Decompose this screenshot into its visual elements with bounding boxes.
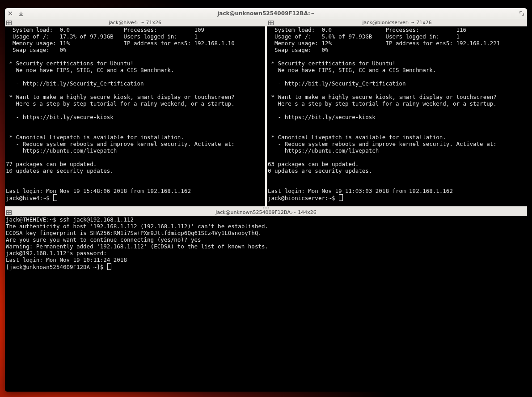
pane-title-label: jack@hive4: ~ 71x26 [5, 19, 265, 26]
minimize-button[interactable] [16, 8, 26, 19]
terminal-top-right[interactable]: System load: 0.0 Processes: 116 Usage of… [267, 26, 527, 206]
cursor-icon [53, 194, 57, 201]
terminal-prompt: [jack@unknown5254009F12BA ~]$ [6, 264, 107, 270]
pane-top-left: jack@hive4: ~ 71x26 System load: 0.0 Pro… [5, 19, 267, 206]
pane-top-right: jack@bionicserver: ~ 71x26 System load: … [267, 19, 527, 206]
pane-titlebar-top-left[interactable]: jack@hive4: ~ 71x26 [5, 19, 265, 26]
pane-layout-button[interactable] [5, 19, 13, 26]
close-button[interactable] [5, 8, 16, 19]
svg-rect-5 [271, 21, 274, 23]
terminal-output: System load: 0.0 Processes: 116 Usage of… [268, 26, 500, 194]
svg-rect-8 [7, 211, 9, 213]
pane-title-label: jack@unknown5254009F12BA:~ 144x26 [5, 209, 527, 216]
maximize-icon [519, 11, 524, 16]
window-titlebar[interactable]: jack@unknown5254009F12BA:~ [5, 8, 527, 19]
pane-titlebar-top-right[interactable]: jack@bionicserver: ~ 71x26 [267, 19, 527, 26]
close-icon [8, 11, 13, 16]
terminal-output: System load: 0.0 Processes: 109 Usage of… [6, 26, 235, 194]
svg-rect-1 [9, 21, 12, 23]
cursor-icon [107, 263, 111, 270]
svg-rect-4 [269, 21, 271, 23]
terminal-top-left[interactable]: System load: 0.0 Processes: 109 Usage of… [5, 26, 265, 206]
minimize-icon [18, 11, 24, 16]
cursor-icon [339, 194, 343, 201]
terminator-window: jack@unknown5254009F12BA:~ jack@hive4: ~… [5, 8, 527, 392]
svg-rect-3 [9, 23, 12, 25]
svg-rect-7 [271, 23, 274, 25]
terminal-bottom[interactable]: jack@THEHIVE:~$ ssh jack@192.168.1.112 T… [5, 216, 527, 392]
grid-icon [6, 21, 12, 25]
grid-icon [6, 210, 12, 215]
svg-rect-9 [9, 211, 12, 213]
pane-titlebar-bottom[interactable]: jack@unknown5254009F12BA:~ 144x26 [5, 209, 527, 216]
svg-rect-10 [7, 213, 9, 215]
pane-bottom: jack@unknown5254009F12BA:~ 144x26 jack@T… [5, 209, 527, 392]
pane-layout-button[interactable] [5, 209, 13, 216]
pane-title-label: jack@bionicserver: ~ 71x26 [267, 19, 527, 26]
terminal-output: jack@THEHIVE:~$ ssh jack@192.168.1.112 T… [6, 216, 268, 263]
top-pane-row: jack@hive4: ~ 71x26 System load: 0.0 Pro… [5, 19, 527, 206]
svg-rect-0 [7, 21, 9, 23]
svg-rect-11 [9, 213, 12, 215]
svg-rect-6 [269, 23, 271, 25]
grid-icon [268, 21, 274, 25]
window-title: jack@unknown5254009F12BA:~ [5, 10, 527, 17]
pane-layout-button[interactable] [267, 19, 275, 26]
svg-rect-2 [7, 23, 9, 25]
terminal-prompt: jack@hive4:~$ [6, 195, 53, 201]
terminal-prompt: jack@bionicserver:~$ [268, 195, 338, 201]
maximize-button[interactable] [516, 8, 527, 19]
